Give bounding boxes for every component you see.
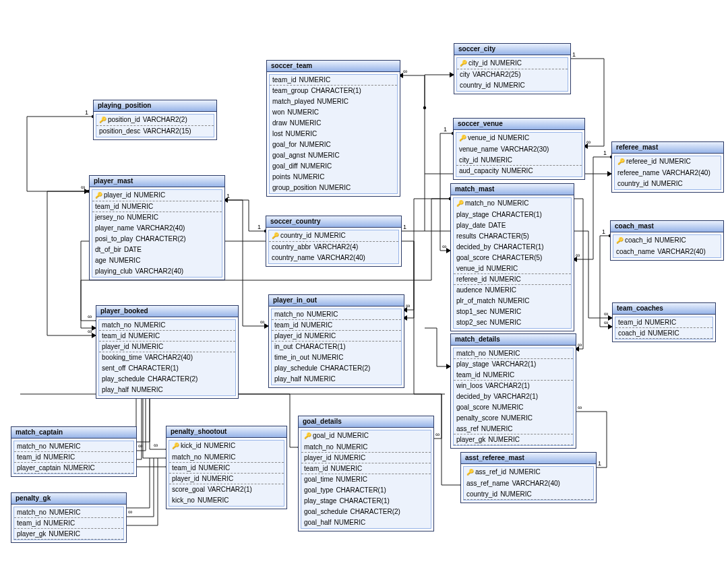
column-row[interactable]: goal_diffNUMERIC xyxy=(270,161,397,172)
column-row[interactable]: player_idNUMERIC xyxy=(99,342,235,352)
column-row[interactable]: goal_forNUMERIC xyxy=(270,139,397,150)
column-row[interactable]: 🔑venue_idNUMERIC xyxy=(456,133,582,144)
table-header[interactable]: soccer_venue xyxy=(454,119,584,130)
table-header[interactable]: penalty_gk xyxy=(11,493,126,505)
column-row[interactable]: play_scheduleCHARACTER(2) xyxy=(99,374,235,385)
table-penalty_gk[interactable]: penalty_gkmatch_noNUMERICteam_idNUMERICp… xyxy=(11,492,127,543)
column-row[interactable]: match_noNUMERIC xyxy=(14,441,133,452)
column-row[interactable]: play_halfNUMERIC xyxy=(272,374,401,385)
column-row[interactable]: 🔑ass_ref_idNUMERIC xyxy=(464,467,593,478)
column-row[interactable]: ass_refNUMERIC xyxy=(454,424,573,434)
column-row[interactable]: kick_noNUMERIC xyxy=(169,495,284,506)
column-row[interactable]: player_idNUMERIC xyxy=(169,474,284,484)
column-row[interactable]: team_idNUMERIC xyxy=(615,317,712,328)
column-row[interactable]: country_idNUMERIC xyxy=(615,179,721,189)
table-soccer_team[interactable]: soccer_teamteam_idNUMERICteam_groupCHARA… xyxy=(266,60,400,197)
column-row[interactable]: match_playedNUMERIC xyxy=(270,96,397,107)
column-row[interactable]: play_scheduleCHARACTER(2) xyxy=(272,363,401,374)
column-row[interactable]: player_gkNUMERIC xyxy=(14,529,123,540)
column-row[interactable]: decided_byCHARACTER(1) xyxy=(454,242,571,253)
table-asst_referee_mast[interactable]: asst_referee_mast🔑ass_ref_idNUMERICass_r… xyxy=(460,452,597,503)
column-row[interactable]: match_noNUMERIC xyxy=(14,507,123,518)
column-row[interactable]: 🔑referee_idNUMERIC xyxy=(615,156,721,168)
column-row[interactable]: team_idNUMERIC xyxy=(454,370,573,381)
column-row[interactable]: plr_of_matchNUMERIC xyxy=(454,296,571,306)
column-row[interactable]: goal_scoreCHARACTER(5) xyxy=(454,253,571,263)
column-row[interactable]: jersey_noNUMERIC xyxy=(92,212,222,223)
table-soccer_venue[interactable]: soccer_venue🔑venue_idNUMERICvenue_nameVA… xyxy=(453,118,585,180)
table-penalty_shootout[interactable]: penalty_shootout🔑kick_idNUMERICmatch_noN… xyxy=(166,426,287,509)
column-row[interactable]: coach_nameVARCHAR2(40) xyxy=(613,247,721,257)
column-row[interactable]: venue_idNUMERIC xyxy=(454,263,571,274)
column-row[interactable]: referee_idNUMERIC xyxy=(454,274,571,285)
column-row[interactable]: match_noNUMERIC xyxy=(99,320,235,331)
table-header[interactable]: player_in_out xyxy=(269,295,404,306)
column-row[interactable]: player_idNUMERIC xyxy=(272,331,401,342)
column-row[interactable]: team_idNUMERIC xyxy=(14,452,133,463)
table-soccer_country[interactable]: soccer_country🔑country_idNUMERICcountry_… xyxy=(266,216,402,267)
column-row[interactable]: team_idNUMERIC xyxy=(14,518,123,529)
column-row[interactable]: 🔑kick_idNUMERIC xyxy=(169,441,284,452)
column-row[interactable]: country_abbrVARCHAR2(4) xyxy=(269,242,398,253)
column-row[interactable]: 🔑player_idNUMERIC xyxy=(92,190,222,201)
column-row[interactable]: sent_offCHARACTER(1) xyxy=(99,363,235,374)
table-team_coaches[interactable]: team_coachesteam_idNUMERICcoach_idNUMERI… xyxy=(612,302,716,342)
column-row[interactable]: country_idNUMERIC xyxy=(464,489,593,500)
column-row[interactable]: lostNUMERIC xyxy=(270,129,397,139)
column-row[interactable]: player_idNUMERIC xyxy=(301,453,431,463)
table-goal_details[interactable]: goal_details🔑goal_idNUMERICmatch_noNUMER… xyxy=(298,416,434,531)
column-row[interactable]: goal_agnstNUMERIC xyxy=(270,150,397,161)
column-row[interactable]: resultsCHARACTER(5) xyxy=(454,231,571,242)
column-row[interactable]: 🔑country_idNUMERIC xyxy=(269,230,398,242)
table-player_mast[interactable]: player_mast🔑player_idNUMERICteam_idNUMER… xyxy=(89,175,225,280)
table-header[interactable]: soccer_city xyxy=(454,44,570,55)
table-header[interactable]: goal_details xyxy=(299,416,433,428)
table-match_mast[interactable]: match_mast🔑match_noNUMERICplay_stageCHAR… xyxy=(450,183,574,331)
table-header[interactable]: team_coaches xyxy=(613,303,715,315)
table-header[interactable]: playing_position xyxy=(94,100,216,112)
table-header[interactable]: match_details xyxy=(451,334,576,346)
table-header[interactable]: referee_mast xyxy=(612,142,723,154)
table-header[interactable]: soccer_country xyxy=(266,216,401,228)
table-header[interactable]: player_mast xyxy=(90,176,224,187)
table-match_captain[interactable]: match_captainmatch_noNUMERICteam_idNUMER… xyxy=(11,426,137,477)
table-referee_mast[interactable]: referee_mast🔑referee_idNUMERICreferee_na… xyxy=(611,141,724,193)
column-row[interactable]: group_positionNUMERIC xyxy=(270,183,397,193)
column-row[interactable]: aud_capacityNUMERIC xyxy=(456,166,582,176)
table-header[interactable]: match_captain xyxy=(11,427,136,439)
table-player_booked[interactable]: player_bookedmatch_noNUMERICteam_idNUMER… xyxy=(96,305,239,399)
column-row[interactable]: dt_of_birDATE xyxy=(92,245,222,255)
column-row[interactable]: play_stageCHARACTER(1) xyxy=(301,496,431,507)
column-row[interactable]: cityVARCHAR2(25) xyxy=(457,69,568,80)
table-header[interactable]: asst_referee_mast xyxy=(461,453,596,464)
table-header[interactable]: penalty_shootout xyxy=(166,426,286,438)
table-header[interactable]: player_booked xyxy=(96,306,238,317)
column-row[interactable]: 🔑position_idVARCHAR2(2) xyxy=(96,115,214,126)
column-row[interactable]: decided_byVARCHAR2(1) xyxy=(454,391,573,402)
column-row[interactable]: country_idNUMERIC xyxy=(457,80,568,91)
table-soccer_city[interactable]: soccer_city🔑city_idNUMERICcityVARCHAR2(2… xyxy=(454,43,571,94)
column-row[interactable]: player_captainNUMERIC xyxy=(14,463,133,474)
column-row[interactable]: team_idNUMERIC xyxy=(301,463,431,474)
column-row[interactable]: play_halfNUMERIC xyxy=(99,385,235,395)
column-row[interactable]: audenceNUMERIC xyxy=(454,285,571,296)
column-row[interactable]: position_descVARCHAR2(15) xyxy=(96,126,214,137)
column-row[interactable]: time_in_outNUMERIC xyxy=(272,352,401,363)
column-row[interactable]: match_noNUMERIC xyxy=(272,309,401,320)
table-playing_position[interactable]: playing_position🔑position_idVARCHAR2(2)p… xyxy=(93,100,217,140)
column-row[interactable]: venue_nameVARCHAR2(30) xyxy=(456,144,582,155)
column-row[interactable]: goal_typeCHARACTER(1) xyxy=(301,485,431,496)
column-row[interactable]: team_idNUMERIC xyxy=(92,201,222,212)
table-header[interactable]: coach_mast xyxy=(611,221,723,232)
column-row[interactable]: team_idNUMERIC xyxy=(270,75,397,86)
column-row[interactable]: play_stageCHARACTER(1) xyxy=(454,209,571,220)
column-row[interactable]: coach_idNUMERIC xyxy=(615,328,712,339)
column-row[interactable]: ass_ref_nameVARCHAR2(40) xyxy=(464,478,593,489)
column-row[interactable]: play_stageVARCHAR2(1) xyxy=(454,359,573,370)
column-row[interactable]: country_nameVARCHAR2(40) xyxy=(269,253,398,263)
column-row[interactable]: score_goalVARCHAR2(1) xyxy=(169,484,284,495)
column-row[interactable]: 🔑coach_idNUMERIC xyxy=(613,235,721,247)
column-row[interactable]: player_gkNUMERIC xyxy=(454,434,573,445)
column-row[interactable]: match_noNUMERIC xyxy=(301,442,431,453)
column-row[interactable]: stop1_secNUMERIC xyxy=(454,306,571,317)
